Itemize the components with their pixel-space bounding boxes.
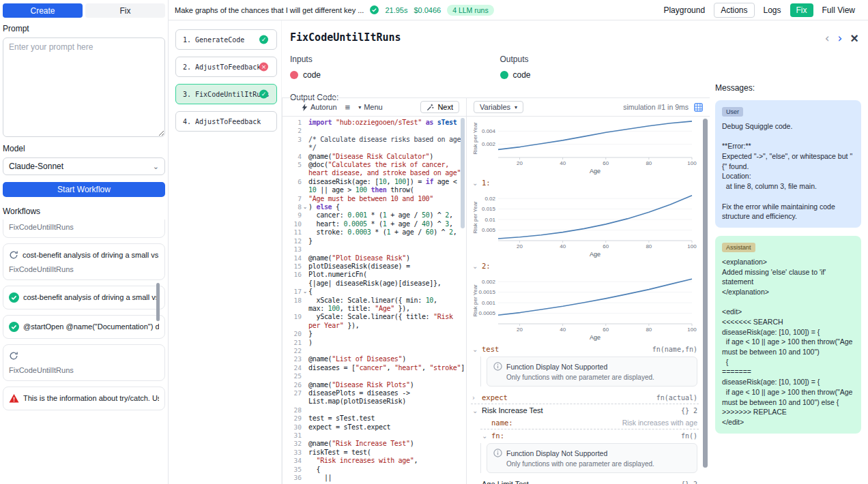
- line-number: [284, 144, 302, 152]
- editor-toolbar-left: Autorun ≡ ▾ Menu Next: [283, 98, 467, 116]
- token: @name(: [308, 440, 332, 447]
- token: List.map(plotDiseaseRisk): [308, 397, 406, 405]
- nav-full-view-button[interactable]: Full View: [816, 3, 861, 17]
- variable-row[interactable]: ⌄1:: [471, 177, 699, 189]
- create-button[interactable]: Create: [3, 3, 83, 18]
- role-badge: User: [722, 107, 743, 117]
- code-line: 10 heart: 0.0005 * (1 + age / 40) ^ 3,: [284, 220, 466, 228]
- token: ||: [308, 474, 332, 481]
- code-text: ) else {: [308, 203, 340, 211]
- code-line: 31: [284, 432, 466, 440]
- variable-title-row[interactable]: ⌄Age Limit Test{} 2: [471, 478, 699, 484]
- code-text: Plot.numericFn(: [308, 271, 367, 279]
- inputs-section: Inputs code: [290, 55, 500, 81]
- nav-fix-button[interactable]: Fix: [790, 3, 813, 17]
- line-number: 7: [284, 195, 302, 203]
- top-status-bar: Make graphs of the chances that I will g…: [169, 0, 868, 20]
- chevron-down-icon[interactable]: ⌄: [482, 432, 489, 440]
- token: @doc(: [308, 161, 328, 168]
- svg-text:0.004: 0.004: [482, 128, 496, 134]
- step-item[interactable]: 1. GenerateCode✓: [175, 29, 277, 50]
- workflow-item[interactable]: FixCodeUntilItRuns: [3, 220, 165, 238]
- chevron-left-icon[interactable]: ‹: [825, 33, 830, 44]
- token: @name(: [308, 153, 332, 160]
- token: if: [426, 178, 433, 185]
- nav-playground-button[interactable]: Playground: [657, 3, 711, 17]
- chevron-down-icon[interactable]: ⌄: [472, 407, 479, 414]
- detail-nav: ‹ › ×: [825, 31, 858, 45]
- messages-panel: Messages: UserDebug Squiggle code. **Err…: [710, 20, 868, 484]
- svg-text:80: 80: [646, 243, 652, 249]
- token: }: [308, 237, 313, 245]
- variable-row[interactable]: ⌄fn:fn(): [480, 429, 699, 442]
- format-menu-icon[interactable]: ≡: [345, 102, 351, 112]
- menu-button[interactable]: ▾ Menu: [358, 103, 383, 111]
- step-item[interactable]: 3. FixCodeUntilItRuns✓: [175, 84, 277, 104]
- step-item[interactable]: 2. AdjustToFeedback×: [175, 57, 277, 77]
- svg-text:40: 40: [560, 243, 566, 249]
- token: stroke:: [308, 228, 347, 236]
- variable-title-row[interactable]: ⌄Risk Increase Test{} 2: [471, 404, 699, 417]
- step-item[interactable]: 4. AdjustToFeedback: [175, 111, 277, 132]
- grid-view-icon[interactable]: [694, 103, 703, 112]
- variables-dropdown[interactable]: Variables ▾: [474, 101, 523, 113]
- code-line: 20}: [284, 330, 466, 338]
- workflow-item[interactable]: cost-benefit analysis of driving a small…: [3, 286, 165, 309]
- token: 0.001: [347, 211, 367, 219]
- code-line: 13: [284, 245, 466, 254]
- nav-actions-button[interactable]: Actions: [714, 3, 754, 18]
- code-text: {: [308, 288, 313, 296]
- chevron-down-icon[interactable]: ⌄: [472, 179, 479, 187]
- chevron-right-icon[interactable]: ›: [838, 33, 843, 44]
- variable-row[interactable]: name:Risk increases with age: [480, 417, 699, 429]
- input-code-chip[interactable]: code: [290, 70, 321, 80]
- code-line: 32@name("Risk Increase Test"): [284, 440, 466, 448]
- fold-slot: [302, 153, 308, 161]
- code-text: per Year" }),: [308, 322, 359, 330]
- close-icon[interactable]: ×: [850, 31, 858, 45]
- variables-scrollbar[interactable]: [703, 119, 708, 468]
- workflow-list-scrollbar[interactable]: [156, 283, 160, 321]
- code-text: }: [308, 237, 313, 245]
- workflow-item[interactable]: @startOpen @name("Documentation") do...: [3, 315, 165, 339]
- model-select[interactable]: Cla​ude-Sonnet ⌄: [3, 157, 165, 175]
- fix-mode-button[interactable]: Fix: [85, 3, 165, 18]
- workflow-item[interactable]: FixCodeUntilItRuns: [3, 344, 165, 381]
- variable-row-right: fn(actual): [656, 394, 697, 402]
- code-line: 35 {: [284, 466, 466, 474]
- code-line: 25: [284, 372, 466, 380]
- chevron-down-icon[interactable]: ⌄: [472, 481, 479, 484]
- token: @name(: [308, 254, 332, 262]
- fold-slot: [302, 220, 308, 228]
- prompt-input[interactable]: [3, 37, 165, 137]
- line-number: 35: [284, 466, 302, 474]
- variable-row[interactable]: ⌄2:: [471, 260, 699, 272]
- workflow-item[interactable]: cost-benefit analysis of driving a small…: [3, 243, 165, 280]
- line-number: 14: [284, 254, 302, 262]
- code-pane[interactable]: 1import "hub:ozziegooen/sTest" as sTest2…: [283, 117, 467, 484]
- workflow-item[interactable]: This is the information about try/catch.…: [3, 387, 165, 410]
- autorun-button[interactable]: Autorun: [302, 103, 337, 111]
- chevron-right-icon[interactable]: ›: [472, 394, 479, 402]
- variable-row[interactable]: ›expectfn(actual): [471, 391, 699, 404]
- chevron-down-icon[interactable]: ⌄: [472, 262, 479, 270]
- simulation-status: simulation #1 in 9ms: [623, 103, 689, 111]
- token: ,: [449, 220, 453, 228]
- chevron-down-icon[interactable]: ⌄: [472, 346, 479, 353]
- variable-row[interactable]: ⌄testfn(name,fn): [471, 343, 699, 355]
- start-workflow-button[interactable]: Start Workflow: [3, 182, 165, 197]
- code-line: 28: [284, 406, 466, 414]
- output-code-chip[interactable]: code: [500, 70, 531, 80]
- token: ,: [433, 297, 437, 304]
- svg-text:Age: Age: [590, 251, 601, 258]
- fold-slot: [302, 372, 308, 380]
- token: else: [316, 203, 332, 211]
- code-text: "Risk increases with age",: [308, 457, 418, 465]
- bolt-icon: [302, 104, 308, 111]
- inputs-label: Inputs: [290, 55, 500, 64]
- line-number: 36: [284, 474, 302, 482]
- code-scrollbar[interactable]: [461, 118, 465, 228]
- message-text: Debug Squiggle code. **Error:** Expected…: [722, 121, 854, 222]
- next-button[interactable]: Next: [420, 101, 459, 113]
- nav-logs-button[interactable]: Logs: [757, 3, 787, 17]
